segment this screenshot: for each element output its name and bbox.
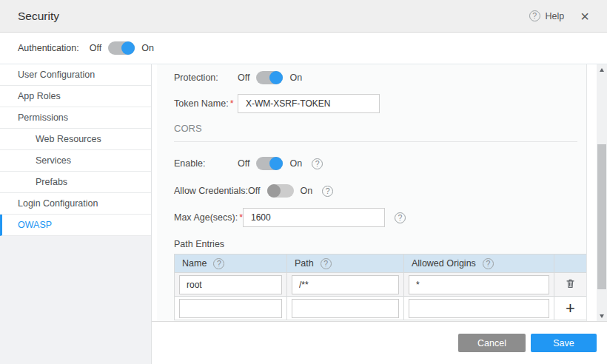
token-name-input[interactable]	[238, 94, 380, 113]
toggle-knob	[121, 41, 135, 55]
main-panel: Protection: Off On Token Name:* CORS	[152, 64, 607, 364]
cancel-button[interactable]: Cancel	[458, 334, 526, 352]
help-link[interactable]: Help	[546, 11, 565, 21]
cors-enable-help-icon[interactable]: ?	[312, 158, 323, 169]
footer: Cancel Save	[152, 321, 607, 364]
authentication-label: Authentication:	[18, 43, 79, 53]
sidebar-item-prefabs[interactable]: Prefabs	[0, 172, 151, 193]
max-age-label: Max Age(secs):*	[174, 212, 243, 223]
table-row	[175, 273, 587, 297]
scroll-up-arrow-icon[interactable]	[597, 64, 607, 75]
column-header-actions	[554, 255, 587, 273]
allow-credentials-on-label: On	[301, 186, 313, 196]
row-name-input[interactable]	[179, 275, 282, 294]
column-header-path: Path?	[287, 255, 404, 273]
vertical-scrollbar[interactable]	[597, 64, 607, 321]
required-mark: *	[230, 98, 234, 109]
max-age-help-icon[interactable]: ?	[395, 212, 406, 223]
authentication-on-label: On	[141, 43, 154, 53]
max-age-label-text: Max Age(secs):	[174, 212, 238, 223]
protection-on-label: On	[289, 73, 302, 83]
scrollbar-thumb[interactable]	[597, 144, 606, 289]
path-entries-table: Name? Path? Allowed Origins?	[174, 254, 587, 320]
allow-credentials-label: Allow Credentials:	[174, 186, 248, 196]
path-help-icon[interactable]: ?	[321, 258, 332, 269]
security-dialog: Security ? Help × Authentication: Off On…	[0, 0, 607, 364]
allow-credentials-help-icon[interactable]: ?	[322, 186, 333, 197]
new-name-input[interactable]	[179, 299, 282, 318]
max-age-input[interactable]	[243, 208, 385, 227]
new-path-input[interactable]	[292, 299, 399, 318]
toggle-knob	[267, 184, 281, 198]
help-icon[interactable]: ?	[529, 10, 540, 21]
sidebar-item-app-roles[interactable]: App Roles	[0, 86, 151, 107]
token-name-row: Token Name:*	[174, 94, 586, 113]
column-header-name: Name?	[175, 255, 287, 273]
column-header-name-text: Name	[182, 258, 207, 269]
protection-off-label: Off	[238, 73, 249, 83]
new-allowed-origins-input[interactable]	[409, 299, 549, 318]
sidebar-item-web-resources[interactable]: Web Resources	[0, 129, 151, 150]
cors-section-title: CORS	[174, 123, 586, 134]
add-row-button[interactable]: +	[566, 300, 575, 317]
column-header-allowed-origins: Allowed Origins?	[404, 255, 554, 273]
save-button[interactable]: Save	[531, 334, 597, 352]
token-name-label-text: Token Name:	[174, 98, 229, 109]
cors-enable-on-label: On	[289, 158, 302, 169]
scroll-region: Protection: Off On Token Name:* CORS	[152, 64, 607, 321]
sidebar-item-services[interactable]: Services	[0, 150, 151, 172]
toggle-knob	[269, 157, 283, 170]
row-allowed-origins-input[interactable]	[409, 275, 549, 294]
cors-enable-row: Enable: Off On ?	[174, 157, 586, 170]
scroll-down-arrow-icon[interactable]	[597, 311, 607, 321]
titlebar: Security ? Help ×	[0, 0, 607, 33]
table-new-row: +	[175, 297, 587, 320]
table-header-row: Name? Path? Allowed Origins?	[175, 255, 587, 273]
sidebar-item-user-configuration[interactable]: User Configuration	[0, 64, 151, 86]
toggle-knob	[269, 71, 283, 84]
allowed-origins-help-icon[interactable]: ?	[483, 258, 494, 269]
token-name-label: Token Name:*	[174, 98, 238, 109]
max-age-row: Max Age(secs):* ?	[174, 208, 586, 227]
cors-enable-label: Enable:	[174, 158, 238, 169]
sidebar-item-permissions[interactable]: Permissions	[0, 107, 151, 129]
delete-row-button[interactable]	[565, 277, 576, 289]
protection-toggle[interactable]	[256, 71, 283, 84]
allow-credentials-toggle[interactable]	[267, 184, 294, 198]
authentication-off-label: Off	[90, 43, 101, 53]
dialog-title: Security	[18, 10, 59, 23]
sidebar: User Configuration App Roles Permissions…	[0, 64, 152, 364]
scrollbar-gutter	[587, 64, 597, 321]
row-path-input[interactable]	[292, 275, 399, 294]
authentication-toggle[interactable]	[108, 41, 135, 55]
path-entries-label: Path Entries	[174, 239, 586, 249]
authentication-bar: Authentication: Off On	[0, 33, 607, 64]
close-icon[interactable]: ×	[580, 9, 589, 24]
dialog-body: User Configuration App Roles Permissions…	[0, 64, 607, 364]
name-help-icon[interactable]: ?	[213, 258, 224, 269]
trash-icon	[565, 277, 576, 289]
allow-credentials-row: Allow Credentials: Off On ?	[174, 184, 586, 198]
column-header-path-text: Path	[295, 258, 314, 269]
sidebar-item-owasp[interactable]: OWASP	[0, 215, 151, 236]
cors-enable-off-label: Off	[238, 158, 249, 169]
protection-label: Protection:	[174, 73, 238, 83]
titlebar-actions: ? Help ×	[529, 9, 589, 24]
allow-credentials-off-label: Off	[248, 186, 260, 196]
sidebar-item-login-configuration[interactable]: Login Configuration	[0, 193, 151, 215]
cors-enable-toggle[interactable]	[256, 157, 283, 170]
column-header-allowed-origins-text: Allowed Origins	[412, 258, 476, 269]
owasp-form: Protection: Off On Token Name:* CORS	[157, 64, 587, 321]
protection-row: Protection: Off On	[174, 71, 586, 84]
cors-divider	[174, 141, 577, 142]
